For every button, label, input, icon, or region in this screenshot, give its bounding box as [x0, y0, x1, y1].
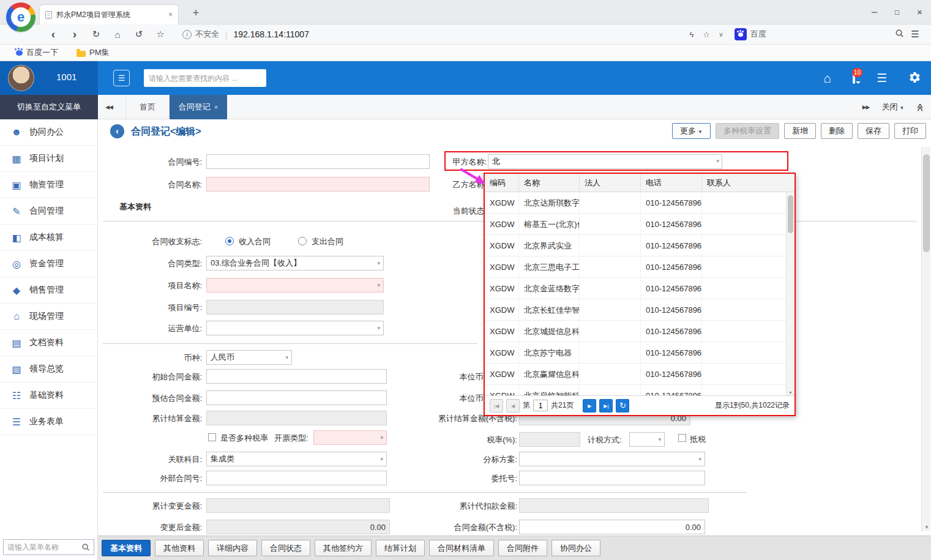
entrust-no-input[interactable]: [519, 471, 705, 485]
tabs-scroll-left-icon[interactable]: ◀◀: [105, 95, 113, 119]
bottom-tab-collaboration[interactable]: 协同办公: [551, 540, 600, 556]
print-button[interactable]: 打印: [894, 123, 926, 139]
vendor-row[interactable]: XGDW北京达斯琪数字科010-124567896: [485, 192, 795, 214]
invoice-type-select[interactable]: ▾: [313, 430, 387, 445]
chevron-down-icon[interactable]: ∨: [714, 31, 728, 39]
scroll-down-icon[interactable]: ▼: [924, 525, 929, 530]
back-button[interactable]: ‹: [110, 124, 124, 138]
vendor-row[interactable]: XGDW北京长虹佳华智能010-124567896: [485, 299, 795, 321]
app-home-icon[interactable]: ⌂: [823, 71, 831, 86]
close-tabs-button[interactable]: 关闭▼: [881, 102, 904, 113]
bottom-tab-status[interactable]: 合同状态: [261, 540, 310, 556]
sidebar-item-project-plan[interactable]: ▦项目计划: [0, 146, 97, 172]
avatar[interactable]: [8, 65, 34, 91]
tab-home[interactable]: 首页: [125, 95, 170, 119]
sidebar-item-sales[interactable]: ◆销售管理: [0, 277, 97, 304]
bottom-tab-other-signers[interactable]: 其他签约方: [315, 540, 372, 556]
app-search-input[interactable]: [144, 69, 266, 87]
page-number-input[interactable]: [533, 400, 548, 411]
sidebar-item-contract[interactable]: ✎合同管理: [0, 198, 97, 225]
bottom-tab-settlement-plan[interactable]: 结算计划: [376, 540, 425, 556]
messages-icon[interactable]: 10: [853, 73, 855, 83]
vendor-row[interactable]: XGDW北京皇纹智能科技010-124567896: [485, 385, 795, 395]
init-amount-input[interactable]: [206, 369, 387, 384]
bottom-tab-other-info[interactable]: 其他资料: [155, 540, 204, 556]
income-radio[interactable]: [225, 237, 234, 245]
window-maximize-button[interactable]: □: [886, 0, 908, 24]
party-a-input[interactable]: [488, 154, 722, 169]
sidebar-item-funds[interactable]: ◎资金管理: [0, 251, 97, 277]
bottom-tab-details[interactable]: 详细内容: [208, 540, 257, 556]
page-scrollbar-thumb[interactable]: [923, 154, 930, 252]
vendor-row[interactable]: XGDW北京金蓝络数字科010-124567896: [485, 278, 795, 299]
vendor-row[interactable]: XGDW北京苏宁电器010-124567896: [485, 342, 795, 364]
last-page-button[interactable]: ▶|: [599, 399, 613, 413]
vendor-row[interactable]: XGDW北京三思电子工程010-124567896: [485, 256, 795, 278]
bookmark-baidu[interactable]: 百度一下: [16, 47, 58, 58]
deduct-tax-checkbox[interactable]: [678, 434, 686, 442]
menu-search-box[interactable]: [3, 539, 94, 555]
sidebar-item-site[interactable]: ⌂现场管理: [0, 304, 97, 330]
multi-tax-checkbox[interactable]: [208, 433, 216, 441]
security-info-icon[interactable]: i: [182, 30, 192, 39]
nav-refresh-button[interactable]: ↻: [88, 29, 104, 40]
browser-tab[interactable]: 邦永PM2项目管理系统 ×: [39, 4, 179, 24]
tax-method-select[interactable]: ▾: [629, 432, 665, 447]
nav-undo-button[interactable]: ↺: [131, 29, 147, 40]
sidebar-item-forms[interactable]: ☰业务表单: [0, 409, 97, 435]
save-button[interactable]: 保存: [858, 123, 889, 139]
address-bar[interactable]: ‹ › ↻ ⌂ ↺ ☆ i 不安全 | 192.168.1.14:11007 ϟ…: [0, 24, 931, 45]
currency-select[interactable]: 人民币 ▾: [206, 350, 292, 365]
popup-scrollbar-thumb[interactable]: [788, 195, 793, 233]
collapse-up-icon[interactable]: ≪: [916, 103, 925, 111]
vendor-row[interactable]: XGDW北京界武实业010-124567896: [485, 235, 795, 256]
contract-type-select[interactable]: 03.综合业务合同【收入】 ▾: [206, 256, 384, 271]
sidebar-item-documents[interactable]: ▤文档资料: [0, 330, 97, 356]
party-a-combo[interactable]: ▾: [488, 154, 722, 169]
browser-logo[interactable]: e: [6, 2, 36, 32]
delete-button[interactable]: 删除: [821, 123, 853, 139]
sidebar-item-collaboration[interactable]: ☻协同办公: [0, 119, 97, 146]
sidebar-item-materials[interactable]: ▣物资管理: [0, 172, 97, 198]
vendor-row[interactable]: XGDW北京赢耀信息科技010-124567896: [485, 364, 795, 385]
nav-back-button[interactable]: ‹: [45, 28, 61, 41]
tab-contract-register[interactable]: 合同登记×: [170, 95, 227, 119]
next-page-button[interactable]: ▶: [583, 399, 596, 413]
page-scrollbar[interactable]: ▼: [921, 147, 930, 531]
scroll-down-icon[interactable]: ▼: [788, 390, 793, 395]
op-unit-select[interactable]: ▾: [206, 321, 384, 335]
add-button[interactable]: 新增: [784, 123, 816, 139]
tabs-scroll-right-icon[interactable]: ▶▶: [862, 104, 870, 110]
tab-close-icon[interactable]: ×: [168, 10, 173, 19]
settings-gear-icon[interactable]: [908, 71, 921, 86]
tab-close-icon[interactable]: ×: [214, 103, 218, 111]
bookmark-star-icon[interactable]: ☆: [699, 30, 714, 39]
bottom-tab-basic[interactable]: 基本资料: [102, 540, 151, 556]
amount-notax-input[interactable]: [519, 520, 705, 534]
more-button[interactable]: 更多▼: [672, 123, 711, 139]
expense-radio[interactable]: [298, 237, 307, 245]
baidu-extension-icon[interactable]: [735, 28, 747, 40]
nav-star-button[interactable]: ☆: [152, 29, 168, 40]
switch-custom-menu-button[interactable]: 切换至自定义菜单: [0, 95, 98, 119]
nav-home-button[interactable]: ⌂: [110, 29, 125, 40]
window-close-button[interactable]: ×: [908, 0, 931, 24]
sidebar-item-overview[interactable]: ▧领导总览: [0, 356, 97, 383]
search-icon[interactable]: [892, 29, 907, 40]
vendor-row[interactable]: XGDW榕基五一(北京)信息010-124567896: [485, 214, 795, 235]
bookmark-pm-folder[interactable]: PM集: [77, 47, 110, 58]
app-menu-toggle[interactable]: ☰: [113, 70, 130, 86]
est-amount-input[interactable]: [206, 390, 387, 405]
sidebar-item-base-data[interactable]: ☷基础资料: [0, 383, 97, 409]
bottom-tab-material-list[interactable]: 合同材料清单: [429, 540, 494, 556]
browser-menu-icon[interactable]: ☰: [907, 29, 924, 40]
split-plan-select[interactable]: ▾: [519, 452, 705, 466]
sidebar-item-cost[interactable]: ◧成本核算: [0, 225, 97, 251]
lightning-icon[interactable]: ϟ: [684, 30, 699, 39]
external-no-input[interactable]: [206, 471, 387, 485]
app-hamburger-icon[interactable]: ☰: [877, 71, 887, 85]
popup-scrollbar[interactable]: ▼: [786, 192, 795, 395]
dropdown-caret-icon[interactable]: ▾: [716, 158, 719, 164]
bottom-tab-attachments[interactable]: 合同附件: [498, 540, 547, 556]
menu-search-input[interactable]: [7, 543, 81, 551]
